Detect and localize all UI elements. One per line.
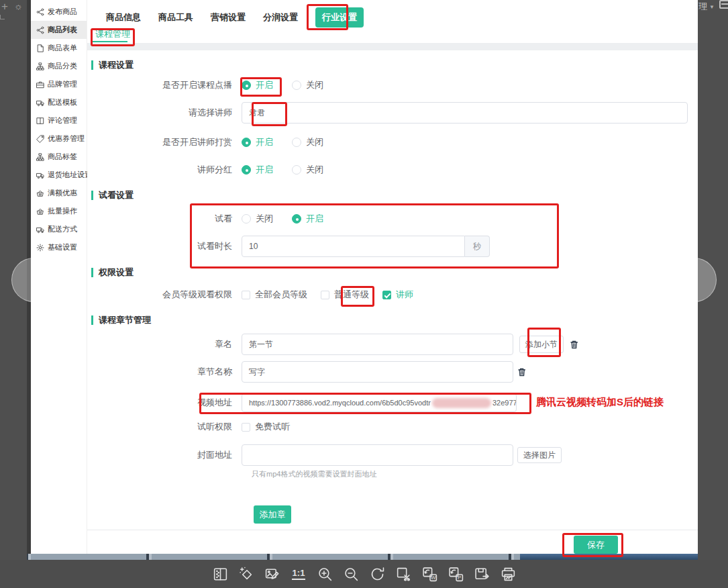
add-chapter-button[interactable]: 添加章 xyxy=(254,505,291,524)
annotation-box-vod-on xyxy=(240,77,282,97)
share-icon xyxy=(36,8,44,16)
instructor-row: 请选择讲师 君君 xyxy=(87,102,698,124)
instructor-checkbox[interactable]: 讲师 xyxy=(382,289,413,301)
image-to-pdf-icon[interactable] xyxy=(447,565,464,583)
tip-on-radio[interactable]: 开启 xyxy=(242,136,273,148)
save-as-icon[interactable] xyxy=(473,565,490,583)
truck-icon xyxy=(36,226,44,234)
choose-image-button[interactable]: 选择图片 xyxy=(517,447,562,463)
checkbox-icon xyxy=(242,291,250,299)
sidebar-item-full-discount[interactable]: 满额优惠 xyxy=(31,184,87,202)
annotation-box-video-url xyxy=(199,393,531,414)
tab-product-tools[interactable]: 商品工具 xyxy=(158,7,193,28)
cover-hint-text: 只有mp4格式的视频需要设置封面地址 xyxy=(252,469,376,479)
tab-marketing-settings[interactable]: 营销设置 xyxy=(211,7,246,28)
dividend-off-radio[interactable]: 关闭 xyxy=(292,164,323,176)
sidebar-item-product-list[interactable]: 商品列表 xyxy=(31,21,87,39)
chapter-name-row: 章名 第一节 添加小节 xyxy=(87,334,698,355)
sidebar-item-product-tags[interactable]: 商品标签 xyxy=(31,148,87,166)
tags-icon xyxy=(36,135,44,143)
magic-eraser-icon[interactable] xyxy=(238,565,255,583)
member-level-row: 会员等级观看权限 全部会员等级 普通等级 讲师 xyxy=(87,289,698,301)
chapter-name-input[interactable]: 第一节 xyxy=(242,334,513,355)
annotation-box-instructor-checkbox xyxy=(341,286,374,307)
section-name-row: 章节名称 写字 xyxy=(87,361,698,383)
vod-off-radio[interactable]: 关闭 xyxy=(292,79,323,91)
viewed-screenshot: 发布商品 商品列表 商品表单 商品分类 品牌管理 配送模板 评论管理 优惠券管理… xyxy=(27,0,698,560)
radio-off-icon xyxy=(292,81,301,90)
section-course-settings: 课程设置 xyxy=(91,60,134,70)
sidebar-item-publish-product[interactable]: 发布商品 xyxy=(31,3,87,21)
columns-icon xyxy=(36,117,44,125)
share-icon xyxy=(36,26,44,34)
sidebar-item-batch-operation[interactable]: 批量操作 xyxy=(31,202,87,220)
delete-chapter-icon[interactable] xyxy=(570,340,578,349)
tab-profit-settings[interactable]: 分润设置 xyxy=(263,7,298,28)
cover-url-input[interactable] xyxy=(242,444,513,466)
basket-icon xyxy=(36,207,44,215)
sidebar-item-brand-management[interactable]: 品牌管理 xyxy=(31,75,87,93)
viewer-process-menu[interactable]: 理 ▼ xyxy=(698,1,715,13)
sidebar-item-product-category[interactable]: 商品分类 xyxy=(31,57,87,75)
sitemap-icon xyxy=(36,153,44,161)
annotation-box-trial-section xyxy=(190,203,559,268)
section-name-input[interactable]: 写字 xyxy=(242,361,513,383)
compare-icon[interactable] xyxy=(211,565,229,583)
screenshot-cut-icon[interactable] xyxy=(395,565,412,583)
actual-size-icon[interactable]: 1:1 xyxy=(290,565,307,583)
delete-section-icon[interactable] xyxy=(517,367,526,377)
sitemap-icon xyxy=(36,62,44,70)
section-permission-settings: 权限设置 xyxy=(91,268,134,277)
previous-image-button[interactable] xyxy=(11,258,56,302)
footer-divider xyxy=(87,530,698,530)
sidebar-item-comment-management[interactable]: 评论管理 xyxy=(31,111,87,130)
sidebar-item-product-form[interactable]: 商品表单 xyxy=(31,39,87,57)
tab-product-info[interactable]: 商品信息 xyxy=(106,7,141,28)
radio-off-icon xyxy=(292,165,301,175)
truck-icon xyxy=(36,99,44,107)
radio-on-icon xyxy=(242,165,251,175)
instructor-input[interactable]: 君君 xyxy=(242,102,688,124)
main-content: 商品信息 商品工具 营销设置 分润设置 行业设置 课程管理 课程设置 是否开启课… xyxy=(87,0,698,560)
chevron-down-icon: ▼ xyxy=(709,4,715,10)
sidebar-item-delivery-template[interactable]: 配送模板 xyxy=(31,93,87,111)
sidebar-item-delivery-method[interactable]: 配送方式 xyxy=(31,220,87,238)
sidebar-item-basic-settings[interactable]: 基础设置 xyxy=(31,238,87,256)
next-image-button[interactable] xyxy=(672,258,717,302)
tip-off-radio[interactable]: 关闭 xyxy=(292,136,323,148)
viewer-window-icon[interactable] xyxy=(719,0,728,9)
tip-row: 是否开启讲师打赏 开启 关闭 xyxy=(87,136,698,148)
all-member-level-checkbox[interactable]: 全部会员等级 xyxy=(242,289,307,301)
truck-icon xyxy=(36,171,44,179)
viewer-crosshair-icon: + xyxy=(1,0,8,13)
audition-row: 试听权限 免费试听 xyxy=(87,421,698,433)
gear-icon xyxy=(36,244,44,252)
chevron-right-icon xyxy=(688,274,700,286)
zoom-in-icon[interactable] xyxy=(316,565,333,583)
content-divider-band xyxy=(87,43,698,50)
sidebar-item-coupon-management[interactable]: 优惠券管理 xyxy=(31,130,87,148)
brightness-icon: ☼ xyxy=(14,1,23,11)
print-icon[interactable] xyxy=(499,565,517,583)
cover-url-row: 封面地址 选择图片 xyxy=(87,444,698,466)
image-to-word-icon[interactable] xyxy=(421,565,438,583)
checkbox-checked-icon xyxy=(382,291,391,299)
checkbox-icon xyxy=(242,423,250,432)
viewer-corner-mark xyxy=(0,15,5,19)
file-icon xyxy=(36,44,44,52)
free-audition-checkbox[interactable]: 免费试听 xyxy=(242,421,290,433)
annotation-box-add-section xyxy=(527,328,561,357)
rotate-icon[interactable] xyxy=(368,565,386,583)
image-viewer-toolbar: 1:1 xyxy=(0,560,728,588)
edit-image-icon[interactable] xyxy=(264,565,281,583)
vod-row: 是否开启课程点播 开启 关闭 xyxy=(87,79,698,91)
annotation-box-instructor-value xyxy=(252,102,287,126)
chevron-left-icon xyxy=(28,274,40,286)
zoom-out-icon[interactable] xyxy=(342,565,360,583)
radio-off-icon xyxy=(292,138,301,147)
sidebar-item-return-address[interactable]: 退货地址设置 xyxy=(31,166,87,184)
dividend-on-radio[interactable]: 开启 xyxy=(242,164,273,176)
annotation-video-note: 腾讯云视频转码加S后的链接 xyxy=(536,396,664,409)
briefcase-icon xyxy=(36,81,44,89)
dividend-row: 讲师分红 开启 关闭 xyxy=(87,164,698,176)
